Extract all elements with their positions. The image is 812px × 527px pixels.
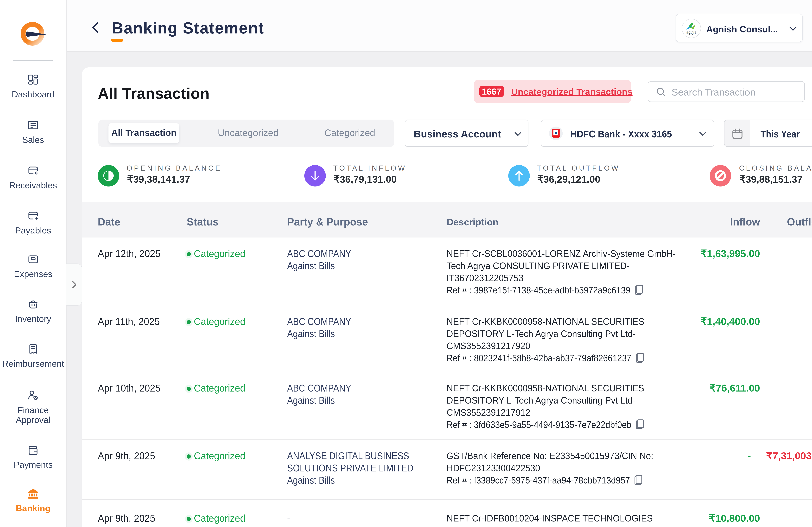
svg-text:agrya: agrya — [686, 30, 697, 34]
